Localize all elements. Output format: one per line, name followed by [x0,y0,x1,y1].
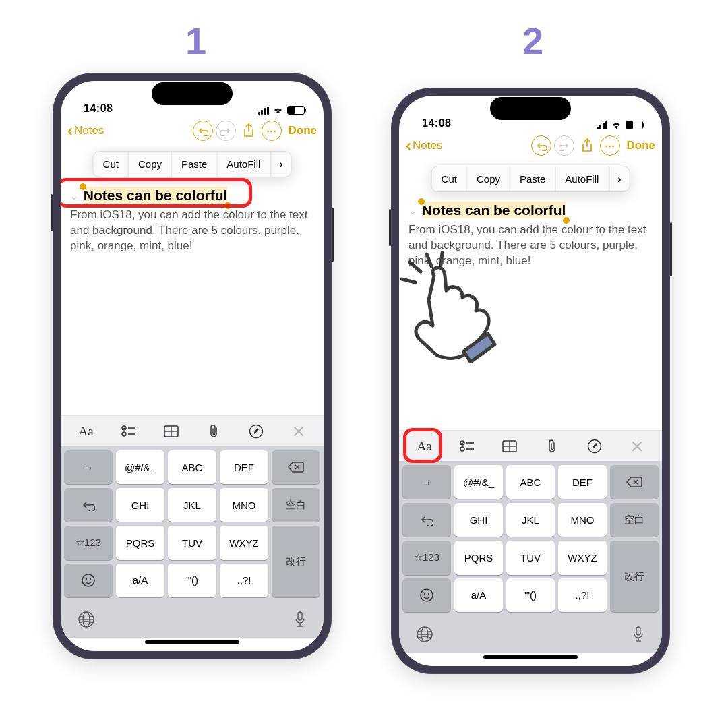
wifi-icon [611,121,622,129]
done-button[interactable]: Done [627,139,656,152]
context-menu-copy[interactable]: Copy [129,152,172,177]
attachment-button[interactable] [536,434,568,458]
key-shift[interactable]: a/A [116,564,164,598]
checklist-button[interactable] [113,419,145,444]
context-menu-cut[interactable]: Cut [432,166,467,191]
svg-rect-14 [298,612,302,620]
key-tuv[interactable]: TUV [506,541,555,575]
note-body[interactable]: From iOS18, you can add the colour to th… [70,208,314,254]
selection-handle-left[interactable] [80,183,86,190]
share-button[interactable] [577,138,597,154]
selected-text[interactable]: Notes can be colorful [422,202,566,218]
context-menu-cut[interactable]: Cut [94,152,129,177]
close-toolbar-button[interactable] [621,434,653,458]
note-area[interactable]: Cut Copy Paste AutoFill › ⌄ Notes can be… [61,146,324,415]
note-title[interactable]: ⌄ Notes can be colorful [408,202,566,218]
table-button[interactable] [493,434,526,458]
undo-button[interactable] [531,135,551,156]
attachment-button[interactable] [198,419,230,444]
close-toolbar-button[interactable] [282,419,315,444]
key-punct[interactable]: .,?! [220,564,268,598]
back-button[interactable]: ‹ Notes [406,139,442,152]
key-wxyz[interactable]: WXYZ [220,526,268,560]
note-title[interactable]: ⌄ Notes can be colorful [70,187,227,204]
checklist-button[interactable] [451,434,483,458]
collapse-chevron-icon[interactable]: ⌄ [408,206,417,216]
context-menu-paste[interactable]: Paste [172,152,217,177]
keyboard[interactable]: → @#/&_ ABC DEF GHI JKL MNO 空白 ☆123 [399,461,662,653]
context-menu-autofill[interactable]: AutoFill [555,166,609,191]
key-ghi[interactable]: GHI [454,503,503,537]
note-body[interactable]: From iOS18, you can add the colour to th… [408,222,653,269]
key-emoji[interactable] [402,578,451,613]
share-button[interactable] [239,123,259,139]
selection-handle-left[interactable] [418,198,425,205]
key-mno[interactable]: MNO [558,503,607,537]
key-backspace[interactable] [610,465,659,499]
key-pqrs[interactable]: PQRS [116,526,164,560]
markup-button[interactable] [578,434,611,458]
context-menu: Cut Copy Paste AutoFill › [93,151,292,177]
ellipsis-icon: ⋯ [266,125,277,137]
redo-icon [559,140,570,151]
key-wxyz[interactable]: WXYZ [558,541,607,575]
key-tuv[interactable]: TUV [168,526,216,560]
globe-button[interactable] [416,626,433,643]
keyboard[interactable]: → @#/&_ ABC DEF GHI JKL MNO 空白 ☆123 [61,446,324,638]
emoji-icon [81,573,96,588]
home-indicator[interactable] [61,638,324,651]
dictation-button[interactable] [632,626,645,643]
key-abc[interactable]: ABC [168,450,216,484]
key-shift[interactable]: a/A [454,578,503,613]
key-arrow[interactable]: → [402,465,451,499]
context-menu-more[interactable]: › [270,152,291,177]
markup-button[interactable] [240,419,272,444]
context-menu-more[interactable]: › [609,166,629,191]
context-menu-copy[interactable]: Copy [467,166,510,191]
key-punct[interactable]: .,?! [558,578,607,613]
key-emoji[interactable] [64,564,113,598]
more-button[interactable]: ⋯ [262,121,282,141]
context-menu-paste[interactable]: Paste [510,166,555,191]
key-symbols[interactable]: @#/&_ [116,450,164,484]
key-undo[interactable] [64,488,113,522]
key-mode-123[interactable]: ☆123 [402,541,451,575]
key-mno[interactable]: MNO [220,488,268,522]
note-area[interactable]: Cut Copy Paste AutoFill › ⌄ Notes can be… [399,160,662,430]
key-return[interactable]: 改行 [610,541,659,612]
key-arrow[interactable]: → [64,450,113,484]
svg-point-0 [122,426,126,430]
key-pqrs[interactable]: PQRS [454,541,503,575]
key-ghi[interactable]: GHI [116,488,164,522]
key-jkl[interactable]: JKL [168,488,216,522]
key-quotes[interactable]: '"() [506,578,555,613]
key-space[interactable]: 空白 [610,503,659,537]
back-button[interactable]: ‹ Notes [67,124,104,138]
key-symbols[interactable]: @#/&_ [454,465,503,499]
globe-button[interactable] [78,611,95,628]
collapse-chevron-icon[interactable]: ⌄ [70,191,78,202]
key-abc[interactable]: ABC [506,465,555,499]
key-def[interactable]: DEF [220,450,268,484]
key-mode-123[interactable]: ☆123 [64,526,113,560]
home-indicator[interactable] [399,653,662,666]
key-space[interactable]: 空白 [272,488,320,522]
key-def[interactable]: DEF [558,465,607,499]
undo-button[interactable] [193,121,213,141]
table-button[interactable] [155,419,187,444]
text-format-button[interactable]: Aa [408,434,441,458]
key-undo[interactable] [402,503,451,537]
undo-icon [536,140,547,151]
done-button[interactable]: Done [289,124,317,138]
key-backspace[interactable] [272,450,320,484]
selected-text[interactable]: Notes can be colorful [84,187,228,204]
key-return[interactable]: 改行 [272,526,320,597]
pen-circle-icon [587,439,602,454]
more-button[interactable]: ⋯ [600,135,620,156]
text-format-button[interactable]: Aa [70,419,102,444]
context-menu-autofill[interactable]: AutoFill [217,152,270,177]
key-jkl[interactable]: JKL [506,503,555,537]
dictation-button[interactable] [293,611,307,628]
key-quotes[interactable]: '"() [168,564,216,598]
svg-point-8 [82,574,94,586]
